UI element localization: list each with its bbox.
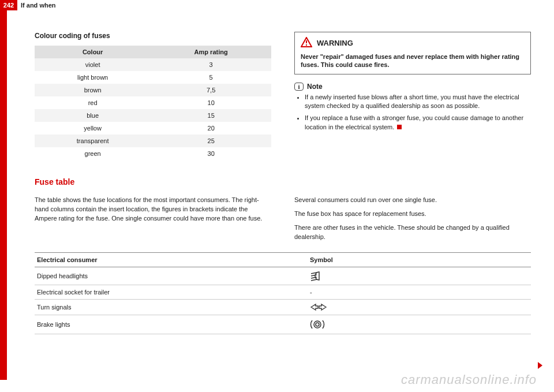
turn-signal-icon xyxy=(310,303,529,311)
cell-amp: 5 xyxy=(151,71,271,84)
colour-coding-heading: Colour coding of fuses xyxy=(35,32,271,40)
col-header-colour: Colour xyxy=(35,46,151,58)
cell-colour: green xyxy=(35,147,151,160)
side-strip xyxy=(0,10,7,380)
colour-coding-table: Colour Amp rating violet3 light brown5 b… xyxy=(35,46,271,160)
svg-marker-8 xyxy=(319,304,326,310)
continue-arrow-icon xyxy=(538,362,542,369)
warning-text: Never "repair" damaged fuses and never r… xyxy=(301,53,525,69)
svg-point-9 xyxy=(314,321,321,328)
page-content: Colour coding of fuses Colour Amp rating… xyxy=(35,32,531,334)
note-label: Note xyxy=(307,83,323,91)
consumer-table: Electrical consumer Symbol Dipped headli… xyxy=(35,252,531,334)
consumer-cell: Turn signals xyxy=(35,299,308,315)
warning-box: WARNING Never "repair" damaged fuses and… xyxy=(294,32,531,74)
col-header-consumer: Electrical consumer xyxy=(35,252,308,267)
right-column: WARNING Never "repair" damaged fuses and… xyxy=(294,32,531,160)
brake-light-icon xyxy=(310,319,529,330)
fuse-table-title: Fuse table xyxy=(35,177,531,186)
svg-point-10 xyxy=(316,323,319,326)
col-header-symbol: Symbol xyxy=(308,252,531,267)
cell-colour: yellow xyxy=(35,122,151,135)
svg-line-6 xyxy=(311,279,317,281)
note-item: If you replace a fuse with a stronger fu… xyxy=(305,114,531,132)
note-item: If a newly inserted fuse blows after a s… xyxy=(305,93,531,111)
cell-amp: 15 xyxy=(151,109,271,122)
symbol-cell xyxy=(308,267,531,285)
cell-colour: light brown xyxy=(35,71,151,84)
cell-colour: violet xyxy=(35,58,151,71)
watermark: carmanualsonline.info xyxy=(401,372,537,387)
consumer-cell: Brake lights xyxy=(35,315,308,334)
dipped-headlight-icon xyxy=(310,271,529,281)
cell-amp: 3 xyxy=(151,58,271,71)
symbol-cell xyxy=(308,315,531,334)
cell-colour: blue xyxy=(35,109,151,122)
left-column: Colour coding of fuses Colour Amp rating… xyxy=(35,32,271,160)
cell-amp: 25 xyxy=(151,135,271,147)
svg-point-2 xyxy=(306,44,307,46)
fuse-intro-left: The table shows the fuse locations for t… xyxy=(35,196,271,223)
fuse-intro-right-3: There are other fuses in the vehicle. Th… xyxy=(294,223,531,242)
cell-colour: transparent xyxy=(35,135,151,147)
consumer-cell: Electrical socket for trailer xyxy=(35,285,308,299)
cell-amp: 7,5 xyxy=(151,84,271,96)
warning-label: WARNING xyxy=(317,39,353,47)
page-number: 242 xyxy=(0,0,17,10)
cell-colour: brown xyxy=(35,84,151,96)
end-marker-icon xyxy=(397,125,402,129)
fuse-intro-right-1: Several consumers could run over one sin… xyxy=(294,196,531,205)
symbol-cell xyxy=(308,299,531,315)
info-icon: i xyxy=(294,83,304,91)
fuse-intro-right-2: The fuse box has space for replacement f… xyxy=(294,210,531,219)
note-list: If a newly inserted fuse blows after a s… xyxy=(294,93,531,132)
cell-colour: red xyxy=(35,96,151,109)
consumer-cell: Dipped headlights xyxy=(35,267,308,285)
col-header-amp: Amp rating xyxy=(151,46,271,58)
cell-amp: 10 xyxy=(151,96,271,109)
symbol-cell: - xyxy=(308,285,531,299)
cell-amp: 30 xyxy=(151,147,271,160)
warning-icon xyxy=(301,37,312,49)
svg-line-4 xyxy=(311,275,317,276)
chapter-title: If and when xyxy=(17,0,56,10)
cell-amp: 20 xyxy=(151,122,271,135)
svg-marker-7 xyxy=(311,304,318,310)
